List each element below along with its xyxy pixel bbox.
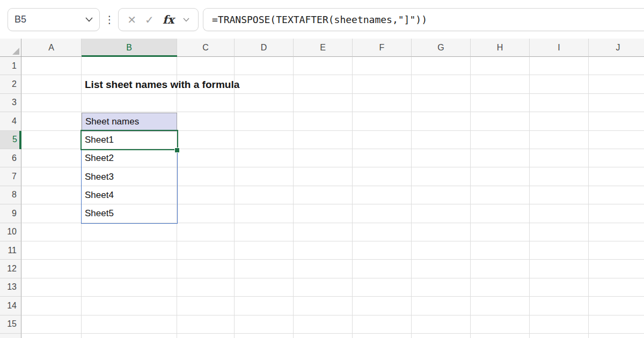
gridline [234, 57, 235, 338]
row-header-16-partial[interactable] [0, 334, 21, 338]
gridline [588, 57, 589, 338]
row-header-11[interactable]: 11 [0, 241, 21, 260]
column-header-c[interactable]: C [177, 39, 235, 57]
row-header-9[interactable]: 9 [0, 204, 21, 223]
row-header-2[interactable]: 2 [0, 75, 21, 93]
column-header-a[interactable]: A [21, 39, 82, 57]
cancel-icon[interactable]: ✕ [127, 14, 136, 25]
column-header-h[interactable]: H [471, 39, 530, 57]
selected-row-indicator [19, 131, 21, 149]
formula-bar[interactable]: =TRANSPOSE(TEXTAFTER(sheetnames,"]")) [203, 8, 644, 31]
formula-buttons-group: ✕ ✓ fx [118, 8, 199, 31]
select-all-triangle-icon [12, 48, 19, 55]
name-box-value: B5 [14, 14, 26, 25]
column-header-d[interactable]: D [235, 39, 294, 57]
column-header-b-selected[interactable]: B [82, 39, 177, 57]
formula-text: =TRANSPOSE(TEXTAFTER(sheetnames,"]")) [212, 14, 427, 25]
fill-handle[interactable] [174, 148, 180, 153]
gridline [293, 57, 294, 338]
cell-b4-table-header[interactable]: Sheet names [82, 113, 177, 131]
gridline [529, 57, 530, 338]
insert-function-icon[interactable]: fx [163, 14, 174, 25]
row-header-6[interactable]: 6 [0, 149, 21, 167]
column-header-f[interactable]: F [353, 39, 412, 57]
selected-column-indicator [82, 55, 177, 57]
column-header-j[interactable]: J [589, 39, 644, 57]
gridline [411, 57, 412, 338]
chevron-down-icon[interactable] [183, 18, 189, 22]
row-header-8[interactable]: 8 [0, 186, 21, 204]
row-header-10[interactable]: 10 [0, 223, 21, 241]
row-header-1[interactable]: 1 [0, 57, 21, 75]
cell-b2-title[interactable]: List sheet names with a formula [85, 75, 239, 93]
row-header-5-selected[interactable]: 5 [0, 131, 21, 149]
gridline [352, 57, 353, 338]
column-header-e[interactable]: E [294, 39, 353, 57]
row-header-3[interactable]: 3 [0, 94, 21, 112]
formula-toolbar: B5 ⋮ ✕ ✓ fx =TRANSPOSE(TEXTAFTER(sheetna… [0, 0, 644, 39]
active-cell-selection-border [80, 130, 178, 151]
column-header-g[interactable]: G [412, 39, 471, 57]
gridline [470, 57, 471, 338]
row-header-7[interactable]: 7 [0, 167, 21, 186]
row-header-13[interactable]: 13 [0, 278, 21, 297]
row-header-15[interactable]: 15 [0, 315, 21, 334]
select-all-corner[interactable] [0, 39, 21, 57]
row-header-12[interactable]: 12 [0, 260, 21, 278]
spreadsheet-grid: A B C D E F G H I J 1 2 3 4 5 6 7 8 9 10… [0, 39, 644, 338]
name-box[interactable]: B5 [8, 8, 100, 31]
chevron-down-icon[interactable] [85, 17, 93, 22]
enter-icon[interactable]: ✓ [145, 14, 154, 25]
column-header-i[interactable]: I [530, 39, 589, 57]
row-header-14[interactable]: 14 [0, 297, 21, 315]
toolbar-separator-handle[interactable]: ⋮ [105, 8, 114, 31]
row-header-4[interactable]: 4 [0, 112, 21, 130]
